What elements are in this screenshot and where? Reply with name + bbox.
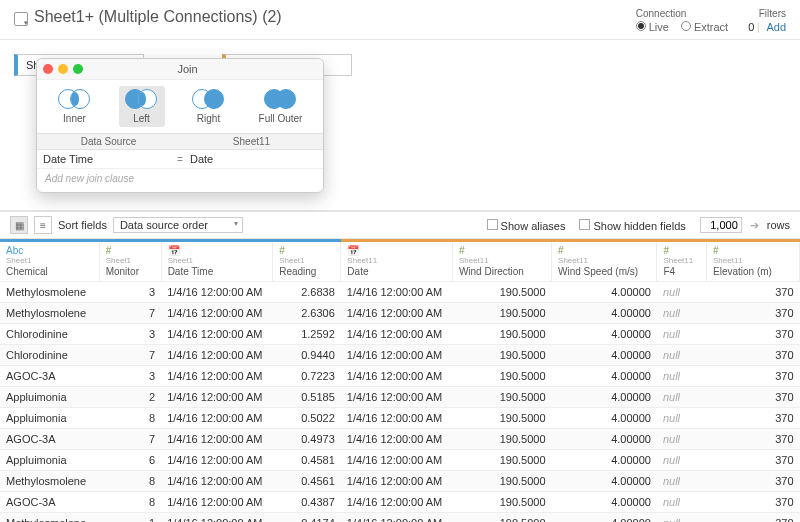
table-cell: 1/4/16 12:00:00 AM [161,471,273,492]
table-cell: null [657,492,707,513]
table-cell: Chlorodinine [0,324,99,345]
sort-fields-label: Sort fields [58,219,107,231]
table-cell: 370 [706,345,799,366]
table-row[interactable]: Appluimonia61/4/16 12:00:00 AM0.45811/4/… [0,450,800,471]
view-grid-button[interactable]: ▦ [10,216,28,234]
table-cell: Methylosmolene [0,471,99,492]
add-clause-placeholder[interactable]: Add new join clause [37,169,323,192]
table-cell: 4.00000 [552,429,657,450]
table-row[interactable]: AGOC-3A31/4/16 12:00:00 AM0.72231/4/16 1… [0,366,800,387]
table-cell: 8 [99,408,161,429]
table-cell: 1/4/16 12:00:00 AM [341,366,453,387]
table-row[interactable]: Methylosmolene31/4/16 12:00:00 AM2.68381… [0,282,800,303]
column-header[interactable]: #Sheet1Monitor [99,241,161,282]
table-cell: 0.5022 [273,408,341,429]
show-aliases-checkbox[interactable]: Show aliases [487,219,566,232]
clause-right-field[interactable]: Date [190,153,317,165]
table-cell: 370 [706,366,799,387]
column-header[interactable]: #Sheet1Reading [273,241,341,282]
column-header[interactable]: #Sheet11F4 [657,241,707,282]
column-header[interactable]: #Sheet11Wind Direction [452,241,551,282]
table-cell: 2.6306 [273,303,341,324]
connection-live-radio[interactable]: Live [636,21,669,33]
add-filter-link[interactable]: Add [766,21,786,33]
table-cell: 0.4387 [273,492,341,513]
table-cell: 7 [99,429,161,450]
clause-header-right: Sheet11 [180,134,323,149]
table-cell: 370 [706,303,799,324]
table-cell: null [657,513,707,523]
table-cell: 1/4/16 12:00:00 AM [161,450,273,471]
table-cell: 190.5000 [452,429,551,450]
table-row[interactable]: Chlorodinine31/4/16 12:00:00 AM1.25921/4… [0,324,800,345]
table-cell: null [657,408,707,429]
table-cell: Appluimonia [0,450,99,471]
table-cell: 190.5000 [452,324,551,345]
table-row[interactable]: AGOC-3A81/4/16 12:00:00 AM0.43871/4/16 1… [0,492,800,513]
table-cell: 1/4/16 12:00:00 AM [341,282,453,303]
column-header[interactable]: #Sheet11Wind Speed (m/s) [552,241,657,282]
table-cell: 8 [99,471,161,492]
table-cell: 190.5000 [452,492,551,513]
type-icon: 📅 [168,245,180,256]
table-cell: 0.4174 [273,513,341,523]
join-type-right[interactable]: Right [186,86,232,127]
join-type-full[interactable]: Full Outer [253,86,309,127]
table-row[interactable]: AGOC-3A71/4/16 12:00:00 AM0.49731/4/16 1… [0,429,800,450]
type-icon: # [279,245,285,256]
table-cell: 1/4/16 12:00:00 AM [341,387,453,408]
table-cell: null [657,303,707,324]
dialog-header[interactable]: Join [37,59,323,80]
column-header[interactable]: AbcSheet1Chemical [0,241,99,282]
table-row[interactable]: Methylosmolene71/4/16 12:00:00 AM2.63061… [0,303,800,324]
table-cell: Methylosmolene [0,282,99,303]
table-cell: Methylosmolene [0,513,99,523]
view-list-button[interactable]: ≡ [34,216,52,234]
rows-go-icon[interactable]: ➔ [750,219,759,232]
table-cell: 1/4/16 12:00:00 AM [161,366,273,387]
connection-extract-radio[interactable]: Extract [681,21,728,33]
table-cell: Appluimonia [0,387,99,408]
table-cell: 0.5185 [273,387,341,408]
clause-header-left: Data Source [37,134,180,149]
maximize-icon[interactable] [73,64,83,74]
datasource-icon[interactable] [14,12,28,26]
table-cell: AGOC-3A [0,429,99,450]
table-cell: 0.4581 [273,450,341,471]
table-row[interactable]: Chlorodinine71/4/16 12:00:00 AM0.94401/4… [0,345,800,366]
table-row[interactable]: Methylosmolene11/4/16 12:00:00 AM0.41741… [0,513,800,523]
table-row[interactable]: Appluimonia21/4/16 12:00:00 AM0.51851/4/… [0,387,800,408]
table-cell: 4.00000 [552,387,657,408]
table-row[interactable]: Methylosmolene81/4/16 12:00:00 AM0.45611… [0,471,800,492]
sort-fields-select[interactable]: Data source order [113,217,243,233]
minimize-icon[interactable] [58,64,68,74]
join-type-left[interactable]: Left [119,86,165,127]
column-header[interactable]: #Sheet11Elevation (m) [706,241,799,282]
table-cell: 1/4/16 12:00:00 AM [161,303,273,324]
table-cell: Chlorodinine [0,345,99,366]
table-cell: null [657,345,707,366]
table-cell: null [657,366,707,387]
type-icon: # [106,245,112,256]
table-cell: 4.00000 [552,345,657,366]
rows-input[interactable] [700,217,742,233]
table-cell: 1/4/16 12:00:00 AM [341,324,453,345]
table-row[interactable]: Appluimonia81/4/16 12:00:00 AM0.50221/4/… [0,408,800,429]
clause-operator[interactable]: = [170,154,190,165]
column-header[interactable]: 📅Sheet1Date Time [161,241,273,282]
clause-left-field[interactable]: Date Time [43,153,170,165]
table-cell: null [657,282,707,303]
join-type-inner[interactable]: Inner [52,86,98,127]
join-clause-row[interactable]: Date Time = Date [37,150,323,169]
table-cell: AGOC-3A [0,366,99,387]
table-cell: 8 [99,492,161,513]
close-icon[interactable] [43,64,53,74]
column-header[interactable]: 📅Sheet11Date [341,241,453,282]
table-cell: 1 [99,513,161,523]
table-cell: 1/4/16 12:00:00 AM [341,471,453,492]
table-cell: 370 [706,429,799,450]
show-hidden-checkbox[interactable]: Show hidden fields [579,219,685,232]
table-cell: 1/4/16 12:00:00 AM [341,345,453,366]
table-cell: 4.00000 [552,324,657,345]
table-cell: 1.2592 [273,324,341,345]
